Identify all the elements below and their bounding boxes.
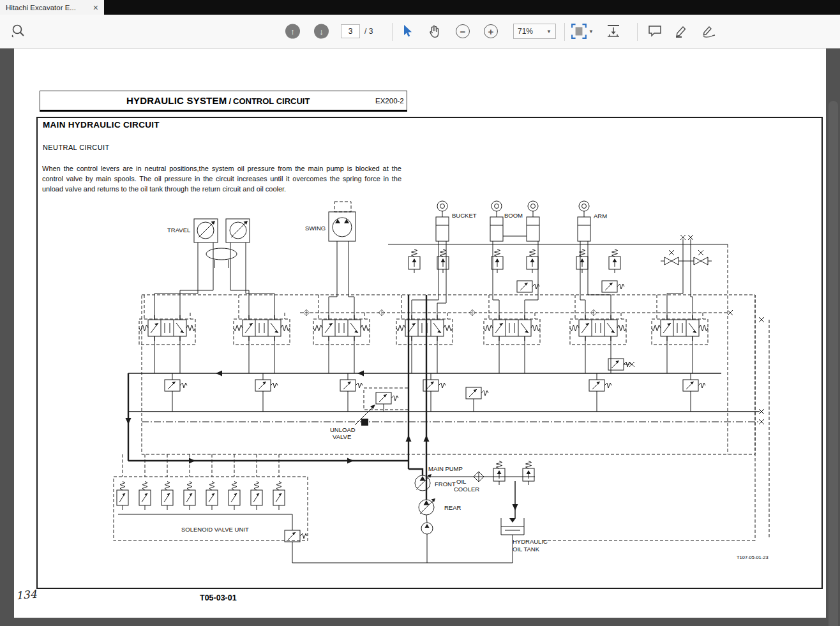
toolbar-divider <box>637 23 638 41</box>
page-footer-code: T05-03-01 <box>200 593 237 602</box>
pdf-page: HYDRAULIC SYSTEM/CONTROL CIRCUIT EX200-2… <box>14 48 826 618</box>
handwritten-page-number: 134 <box>15 588 37 602</box>
page-number-input[interactable] <box>341 24 360 38</box>
toolbar-divider <box>392 23 393 41</box>
comment-button[interactable] <box>647 24 663 38</box>
sign-button[interactable] <box>701 24 717 38</box>
zoom-tool-icon[interactable] <box>10 23 27 40</box>
vertical-scrollbar[interactable] <box>829 101 838 626</box>
chevron-down-icon: ▼ <box>546 29 551 34</box>
fit-page-button[interactable]: ▼ <box>571 23 594 40</box>
zoom-level-dropdown[interactable]: 71% ▼ <box>513 24 556 39</box>
section-title: MAIN HYDRAULIC CIRCUIT <box>43 120 160 130</box>
tab-bar: Hitachi Excavator E... × <box>0 0 840 15</box>
document-area: HYDRAULIC SYSTEM/CONTROL CIRCUIT EX200-2… <box>0 48 840 626</box>
chevron-down-icon: ▼ <box>589 29 594 34</box>
highlight-button[interactable] <box>674 24 689 38</box>
zoom-out-button[interactable]: − <box>456 24 470 38</box>
previous-page-button[interactable]: ↑ <box>285 24 300 39</box>
page-header-title: HYDRAULIC SYSTEM/CONTROL CIRCUIT <box>126 95 310 107</box>
page-header-box: HYDRAULIC SYSTEM/CONTROL CIRCUIT EX200-2 <box>40 91 407 112</box>
hand-tool-button[interactable] <box>428 24 442 38</box>
zoom-in-button[interactable]: + <box>484 24 498 38</box>
model-number: EX200-2 <box>375 97 404 105</box>
next-page-button[interactable]: ↓ <box>314 24 329 39</box>
subsection-title: NEUTRAL CIRCUIT <box>43 144 110 151</box>
select-tool-button[interactable] <box>401 24 414 38</box>
toolbar: ↑ ↓ / 3 − + 71% ▼ ▼ <box>0 15 840 48</box>
body-paragraph: When the control levers are in neutral p… <box>42 164 401 194</box>
document-tab[interactable]: Hitachi Excavator E... × <box>0 0 104 15</box>
page-count-label: / 3 <box>364 27 373 36</box>
pdf-viewer-window: Hitachi Excavator E... × ↑ ↓ / 3 <box>0 0 840 626</box>
scroll-mode-button[interactable] <box>605 23 622 40</box>
tab-close-icon[interactable]: × <box>93 3 98 12</box>
zoom-level-value: 71% <box>518 27 533 36</box>
toolbar-divider <box>564 23 565 41</box>
tab-title: Hitachi Excavator E... <box>6 4 88 11</box>
